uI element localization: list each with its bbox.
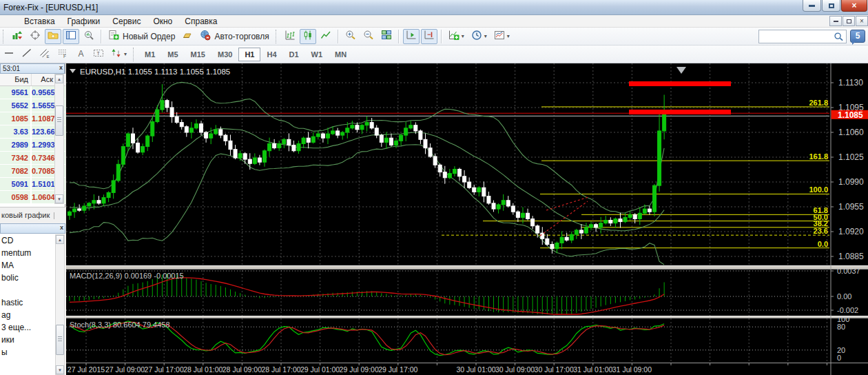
bid-value: 5652 [0, 99, 32, 112]
close-button[interactable]: × [841, 0, 867, 12]
menu-item-3[interactable]: Окно [147, 16, 178, 27]
new-order-button[interactable]: Новый Ордер [105, 29, 178, 44]
candlestick-icon [302, 30, 313, 43]
trendline-icon[interactable] [19, 47, 35, 62]
ask-value: 1.1087 [32, 112, 56, 125]
chevron-down-icon[interactable]: ▾ [507, 33, 510, 39]
autoscroll-icon [406, 30, 417, 43]
timeframe-m30[interactable]: M30 [211, 48, 238, 61]
equidistant-channel-icon[interactable]: E [37, 47, 53, 62]
tab-tick-chart[interactable]: ковый график [0, 207, 65, 223]
trendline-icon [21, 48, 32, 61]
close-icon[interactable]: x [59, 64, 63, 71]
timeframe-m15[interactable]: M15 [185, 48, 211, 61]
close-icon[interactable]: x [60, 224, 63, 231]
toolbar-separator [338, 30, 339, 43]
restore-button[interactable] [822, 0, 840, 12]
horizontal-line-icon [3, 48, 14, 61]
restore-icon [847, 19, 851, 23]
toolbar-grip [276, 30, 278, 43]
bar-chart-icon [285, 30, 296, 43]
periods-icon[interactable]: ▾ [468, 29, 490, 44]
indicators-icon[interactable]: ▾ [446, 29, 467, 44]
menu-item-2[interactable]: Сервис [106, 16, 147, 27]
community-badge[interactable]: 5 [850, 30, 865, 43]
price-chart[interactable]: 1.11301.10951.10601.10251.09901.09551.09… [66, 63, 868, 375]
timeframe-h4[interactable]: H4 [260, 48, 282, 61]
search-icon[interactable] [834, 32, 844, 42]
timeframe-m1[interactable]: M1 [138, 48, 161, 61]
autotrade-button[interactable]: Авто-торговля [197, 29, 271, 44]
child-minimize-button[interactable] [829, 16, 842, 26]
search-input[interactable] [759, 31, 834, 42]
line-chart-icon[interactable] [318, 29, 334, 44]
toolbar-separator [101, 30, 102, 43]
candlestick-icon[interactable] [300, 29, 316, 44]
restore-icon [829, 3, 834, 8]
svg-text:38.2: 38.2 [814, 219, 828, 227]
symbols-icon[interactable] [9, 29, 25, 44]
search-box[interactable] [758, 30, 847, 43]
chart-window[interactable]: 1.11301.10951.10601.10251.09901.09551.09… [66, 63, 868, 375]
arrows-icon[interactable]: ▾ [108, 47, 130, 62]
menu-item-1[interactable]: Графики [61, 16, 107, 27]
crosshair-icon [30, 30, 41, 43]
workspace: 53:01 x БидАск 95610.956556521.565510851… [0, 63, 868, 375]
navigator-titlebar[interactable]: x [0, 223, 65, 234]
favorites-icon[interactable] [45, 29, 61, 44]
column-header-bid[interactable]: Бид [0, 74, 32, 85]
timeframe-m5[interactable]: M5 [161, 48, 184, 61]
navigator-scrollbar[interactable]: ▲ ▼ [55, 234, 65, 375]
fibonacci-icon: F [57, 48, 68, 61]
new-order-button-label: Новый Ордер [123, 32, 175, 41]
fibonacci-icon[interactable]: F [54, 47, 71, 62]
bid-value: 3.63 [0, 125, 32, 138]
scrollbar-thumb[interactable] [55, 105, 63, 136]
scrollbar-thumb[interactable] [56, 325, 64, 355]
column-header-ask[interactable]: Аск [32, 74, 56, 85]
timeframe-w1[interactable]: W1 [305, 48, 329, 61]
zoom-in-icon [345, 30, 356, 43]
window-titlebar[interactable]: Forex-Fix - [EURUSD,H1] × [0, 0, 868, 15]
ask-value: 0.7085 [32, 165, 56, 177]
zoom-out-icon[interactable] [360, 29, 377, 44]
experts-icon[interactable] [179, 29, 196, 44]
svg-text:0.00: 0.00 [837, 292, 851, 301]
chevron-down-icon[interactable]: ▾ [462, 33, 464, 39]
timeframe-mn[interactable]: MN [329, 48, 353, 61]
text-label-icon[interactable]: T [90, 47, 107, 62]
templates-icon[interactable]: ▾ [491, 29, 513, 44]
timeframe-h1[interactable]: H1 [238, 48, 260, 61]
child-close-button[interactable]: × [856, 16, 868, 26]
svg-text:1.0920: 1.0920 [838, 227, 864, 236]
market-watch-scrollbar[interactable]: ▲ ▼ [54, 74, 64, 204]
timeframe-d1[interactable]: D1 [283, 48, 305, 61]
chevron-down-icon[interactable]: ▾ [124, 51, 127, 57]
menu-item-4[interactable]: Справка [178, 16, 223, 27]
svg-text:29 Jul 09:00: 29 Jul 09:00 [340, 365, 379, 374]
panels-icon [65, 30, 76, 43]
autoscroll-icon[interactable] [403, 29, 420, 44]
panels-icon[interactable] [63, 29, 79, 44]
svg-text:1.0885: 1.0885 [838, 252, 864, 261]
tile-windows-icon[interactable] [378, 29, 395, 44]
horizontal-line-icon[interactable] [1, 47, 17, 62]
chevron-down-icon[interactable]: ▾ [484, 33, 487, 39]
market-watch-titlebar[interactable]: 53:01 x [0, 63, 65, 74]
crosshair-icon[interactable] [27, 29, 43, 44]
svg-text:28 Jul 17:00: 28 Jul 17:00 [261, 365, 300, 374]
child-restore-button[interactable] [843, 16, 855, 26]
zoom-in-icon[interactable] [342, 29, 359, 44]
svg-text:0: 0 [837, 354, 841, 362]
bid-value: 2989 [0, 139, 32, 151]
tile-windows-icon [381, 30, 392, 43]
text-icon[interactable]: A [72, 47, 89, 62]
svg-text:29 Jul 17:00: 29 Jul 17:00 [378, 365, 417, 374]
close-icon: × [851, 1, 856, 10]
chart-shift-icon[interactable] [421, 29, 437, 44]
menu-item-0[interactable]: Вставка [18, 16, 61, 27]
bar-chart-icon[interactable] [282, 29, 298, 44]
svg-text:30 Jul 01:00: 30 Jul 01:00 [456, 365, 495, 374]
strategy-tester-icon[interactable] [81, 29, 97, 44]
minimize-button[interactable] [803, 0, 821, 12]
